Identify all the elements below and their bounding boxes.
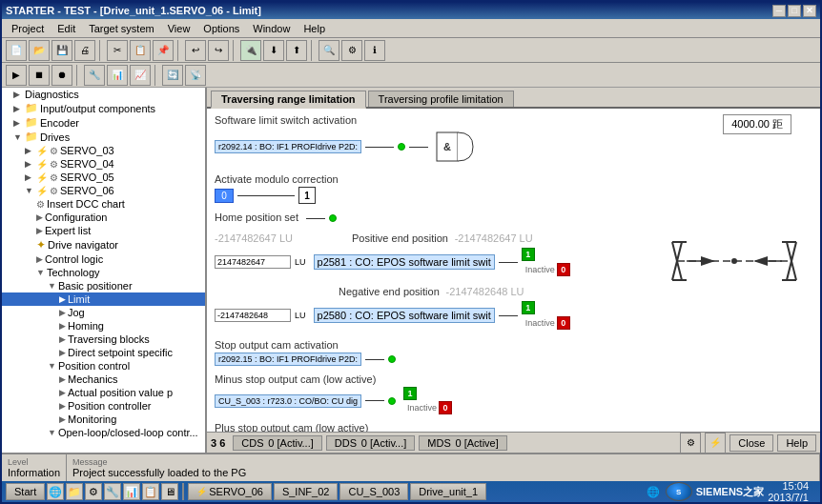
tb2-sep2 <box>154 65 158 86</box>
and-gate-block: & <box>436 128 474 166</box>
taskbar-icon-app2[interactable]: 🔧 <box>104 483 121 500</box>
sidebar-item-servo05[interactable]: ▶ ⚡ ⚙ SERVO_05 <box>2 171 205 184</box>
svg-point-15 <box>731 258 737 264</box>
menu-window[interactable]: Window <box>247 21 296 36</box>
tb-redo[interactable]: ↪ <box>208 40 229 61</box>
sidebar-item-technology[interactable]: ▼ Technology <box>2 266 205 279</box>
sidebar-item-insert-dcc[interactable]: ⚙ Insert DCC chart <box>2 197 205 211</box>
minimize-button[interactable]: ─ <box>772 5 786 17</box>
tb-upload[interactable]: ⬆ <box>286 40 307 61</box>
settings-icon-btn[interactable]: ⚙ <box>680 433 701 454</box>
menu-options[interactable]: Options <box>197 21 245 36</box>
sidebar-item-actual-pos[interactable]: ▶ Actual position value p <box>2 386 205 399</box>
taskbar-btn-servo06[interactable]: ⚡ SERVO_06 <box>188 483 272 500</box>
pos-end-input[interactable] <box>215 255 291 269</box>
menu-edit[interactable]: Edit <box>51 21 81 36</box>
menu-project[interactable]: Project <box>6 21 50 36</box>
status-level-val: Information <box>8 467 60 478</box>
sidebar-item-pos-ctrl[interactable]: ▼ Position control <box>2 359 205 373</box>
tree-panel: ▶ Diagnostics ▶ 📁 Input/output component… <box>2 88 207 453</box>
sidebar-item-mechanics[interactable]: ▶ Mechanics <box>2 373 205 386</box>
tb2-btn8[interactable]: 📡 <box>185 65 206 86</box>
taskbar-right: 🌐 S SIEMENS之家 15:04 2013/7/1 <box>645 480 816 503</box>
tb-new[interactable]: 📄 <box>6 40 27 61</box>
sidebar-item-pos-controller[interactable]: ▶ Position controller <box>2 399 205 413</box>
tb2-btn2[interactable]: ⏹ <box>29 65 50 86</box>
sidebar-item-monitoring[interactable]: ▶ Monitoring <box>2 413 205 426</box>
neg-end-input[interactable] <box>215 309 291 322</box>
sidebar-item-direct-setpoint[interactable]: ▶ Direct setpoint specific <box>2 346 205 359</box>
gear-icon: ⚙ <box>36 199 45 210</box>
tb-cut[interactable]: ✂ <box>107 40 128 61</box>
tab-traversing-profile[interactable]: Traversing profile limitation <box>368 91 514 107</box>
sidebar-item-servo03[interactable]: ▶ ⚡ ⚙ SERVO_03 <box>2 144 205 157</box>
tb-copy[interactable]: 📋 <box>130 40 151 61</box>
right-scroll[interactable]: 4000.00 距 Software limit switch activati… <box>207 109 820 432</box>
tb-search[interactable]: 🔍 <box>319 40 339 61</box>
tb-save[interactable]: 💾 <box>51 40 72 61</box>
sidebar-item-traversing-blocks[interactable]: ▶ Traversing blocks <box>2 333 205 346</box>
tb-print[interactable]: 🖨 <box>74 40 95 61</box>
tb-paste[interactable]: 📌 <box>153 40 174 61</box>
tb2-btn1[interactable]: ▶ <box>6 65 27 86</box>
sidebar-item-io[interactable]: ▶ 📁 Input/output components <box>2 101 205 115</box>
green-dot-2 <box>329 214 337 222</box>
tb-settings[interactable]: ⚙ <box>341 40 362 61</box>
refresh-icon-btn[interactable]: ⚡ <box>705 433 726 454</box>
tb2-btn6[interactable]: 📈 <box>130 65 151 86</box>
sidebar-item-servo04[interactable]: ▶ ⚡ ⚙ SERVO_04 <box>2 157 205 171</box>
sidebar-item-basic-pos[interactable]: ▼ Basic positioner <box>2 279 205 292</box>
sidebar-item-encoder[interactable]: ▶ 📁 Encoder <box>2 115 205 130</box>
sidebar-item-config[interactable]: ▶ Configuration <box>2 211 205 224</box>
taskbar-icon-app4[interactable]: 📋 <box>142 483 159 500</box>
maximize-button[interactable]: □ <box>788 5 801 17</box>
close-button[interactable]: Close <box>730 434 773 452</box>
taskbar-icon-app5[interactable]: 🖥 <box>161 483 178 500</box>
sidebar-item-limit[interactable]: ▶ Limit <box>2 292 205 306</box>
section-modulo: Activate modulo correction 0 1 <box>215 173 812 204</box>
sidebar-item-jog[interactable]: ▶ Jog <box>2 306 205 319</box>
menu-view[interactable]: View <box>162 21 196 36</box>
tb-open[interactable]: 📂 <box>29 40 50 61</box>
gear-icon: ⚙ <box>50 146 58 156</box>
menu-help[interactable]: Help <box>298 21 331 36</box>
clock: 15:04 2013/7/1 <box>768 480 812 503</box>
help-button[interactable]: Help <box>777 434 816 452</box>
sidebar-item-homing[interactable]: ▶ Homing <box>2 319 205 333</box>
modulo-value[interactable]: 0 <box>215 189 234 203</box>
tb-info[interactable]: ℹ <box>364 40 385 61</box>
taskbar-icon-network[interactable]: 🌐 <box>645 483 662 500</box>
sidebar-item-openloop[interactable]: ▼ Open-loop/closed-loop contr... <box>2 426 205 439</box>
tb2-btn7[interactable]: 🔄 <box>162 65 183 86</box>
bottom-tab-cds[interactable]: CDS 0 [Activ...] <box>233 435 322 451</box>
taskbar-icon-app1[interactable]: ⚙ <box>85 483 102 500</box>
tb-download[interactable]: ⬇ <box>263 40 284 61</box>
taskbar-btn-driveunit[interactable]: Drive_unit_1 <box>410 483 486 500</box>
taskbar-icon-ie[interactable]: 🌐 <box>47 483 64 500</box>
taskbar-icon-folder[interactable]: 📁 <box>66 483 83 500</box>
taskbar-btn-cus003[interactable]: CU_S_003 <box>339 483 408 500</box>
sidebar-item-servo06[interactable]: ▼ ⚡ ⚙ SERVO_06 <box>2 184 205 197</box>
bottom-tab-dds[interactable]: DDS 0 [Activ...] <box>326 435 416 451</box>
sidebar-item-expert-list[interactable]: ▶ Expert list <box>2 224 205 237</box>
actual-pos-label: Actual position value p <box>68 387 173 398</box>
tb2-btn4[interactable]: 🔧 <box>84 65 105 86</box>
tab-traversing-range[interactable]: Traversing range limitation <box>211 91 366 109</box>
taskbar-btn-sinf02[interactable]: S_INF_02 <box>274 483 339 500</box>
inactive-label-3: Inactive <box>407 403 437 413</box>
close-button[interactable]: ✕ <box>803 5 816 17</box>
tb-undo[interactable]: ↩ <box>185 40 206 61</box>
taskbar-icon-app3[interactable]: 📊 <box>123 483 140 500</box>
sidebar-item-drives[interactable]: ▼ 📁 Drives <box>2 130 205 144</box>
start-button[interactable]: Start <box>6 483 45 500</box>
expand-icon: ▶ <box>25 159 34 169</box>
tb2-btn3[interactable]: ⏺ <box>51 65 72 86</box>
direct-setpoint-label: Direct setpoint specific <box>68 347 173 358</box>
sidebar-item-drive-nav[interactable]: ✦ Drive navigator <box>2 237 205 252</box>
bottom-tab-mds[interactable]: MDS 0 [Active] <box>419 435 506 451</box>
menu-target-system[interactable]: Target system <box>83 21 159 36</box>
tb-connect[interactable]: 🔌 <box>240 40 261 61</box>
sidebar-item-ctrl-logic[interactable]: ▶ Control logic <box>2 252 205 266</box>
sidebar-item-diagnostics[interactable]: ▶ Diagnostics <box>2 88 205 101</box>
tb2-btn5[interactable]: 📊 <box>107 65 128 86</box>
